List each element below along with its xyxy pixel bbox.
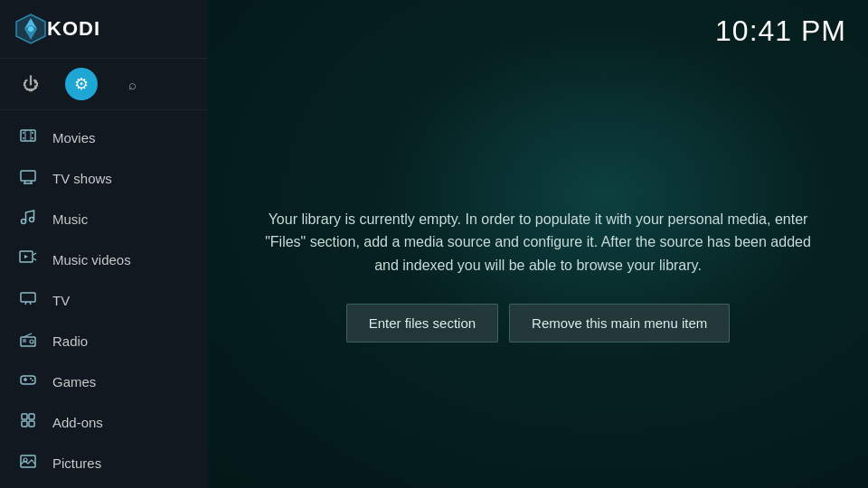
clock-display: 10:41 PM [715, 14, 846, 48]
sidebar-header: KODI [0, 0, 208, 59]
svg-line-22 [25, 302, 26, 305]
tv-icon [18, 289, 38, 312]
pictures-label: Pictures [52, 455, 101, 471]
svg-point-8 [32, 137, 33, 139]
radio-label: Radio [52, 333, 88, 349]
sidebar-menu: Movies TV shows Music [0, 110, 208, 488]
svg-line-19 [33, 253, 36, 255]
library-empty-message: Your library is currently empty. In orde… [262, 208, 814, 277]
svg-rect-33 [22, 414, 27, 419]
sidebar-item-tv[interactable]: TV [0, 280, 208, 321]
sidebar-item-music[interactable]: Music [0, 199, 208, 239]
svg-point-32 [32, 380, 33, 381]
power-icon: ⏻ [23, 75, 39, 94]
svg-rect-36 [29, 421, 34, 427]
tv-shows-label: TV shows [52, 171, 112, 186]
sidebar-item-radio[interactable]: Radio [0, 321, 208, 361]
kodi-logo-icon [14, 13, 47, 45]
svg-rect-11 [21, 171, 35, 181]
gear-icon: ⚙ [74, 74, 89, 94]
sidebar-item-music-videos[interactable]: Music videos [0, 239, 208, 280]
games-icon [18, 371, 38, 393]
sidebar-item-movies[interactable]: Movies [0, 117, 208, 158]
remove-menu-item-button[interactable]: Remove this main menu item [509, 304, 730, 343]
svg-marker-18 [24, 255, 28, 258]
svg-rect-34 [29, 414, 34, 419]
music-icon [18, 208, 38, 230]
add-ons-label: Add-ons [52, 415, 103, 430]
sidebar-item-games[interactable]: Games [0, 361, 208, 402]
tv-shows-icon [18, 167, 38, 190]
pictures-icon [18, 452, 38, 474]
svg-line-23 [30, 302, 31, 305]
svg-point-31 [30, 378, 32, 380]
search-button[interactable]: ⌕ [116, 68, 148, 100]
svg-point-6 [23, 137, 24, 139]
sidebar: KODI ⏻ ⚙ ⌕ [0, 0, 208, 488]
settings-button[interactable]: ⚙ [65, 68, 98, 100]
sidebar-item-tv-shows[interactable]: TV shows [0, 158, 208, 199]
tv-label: TV [52, 293, 70, 308]
svg-rect-35 [22, 421, 27, 427]
top-bar: 10:41 PM [208, 0, 868, 62]
main-content: 10:41 PM Your library is currently empty… [208, 0, 868, 488]
movies-label: Movies [52, 130, 96, 145]
music-label: Music [52, 211, 88, 227]
svg-point-7 [32, 132, 33, 134]
svg-rect-4 [21, 130, 35, 141]
power-button[interactable]: ⏻ [14, 68, 47, 100]
enter-files-button[interactable]: Enter files section [346, 304, 498, 343]
app-title: KODI [47, 17, 100, 41]
sidebar-item-pictures[interactable]: Pictures [0, 443, 208, 483]
content-area: Your library is currently empty. In orde… [208, 62, 868, 488]
action-buttons: Enter files section Remove this main men… [346, 304, 731, 343]
radio-icon [18, 330, 38, 352]
sidebar-icon-bar: ⏻ ⚙ ⌕ [0, 59, 208, 110]
music-videos-label: Music videos [52, 252, 131, 267]
svg-point-3 [28, 26, 33, 32]
svg-point-25 [30, 340, 33, 343]
sidebar-item-add-ons[interactable]: Add-ons [0, 402, 208, 443]
search-icon: ⌕ [128, 77, 137, 92]
games-label: Games [52, 374, 96, 389]
music-videos-icon [18, 249, 38, 271]
svg-point-5 [23, 132, 24, 134]
svg-line-20 [33, 258, 36, 260]
add-ons-icon [18, 411, 38, 434]
movies-icon [18, 127, 38, 149]
svg-rect-21 [21, 293, 35, 302]
